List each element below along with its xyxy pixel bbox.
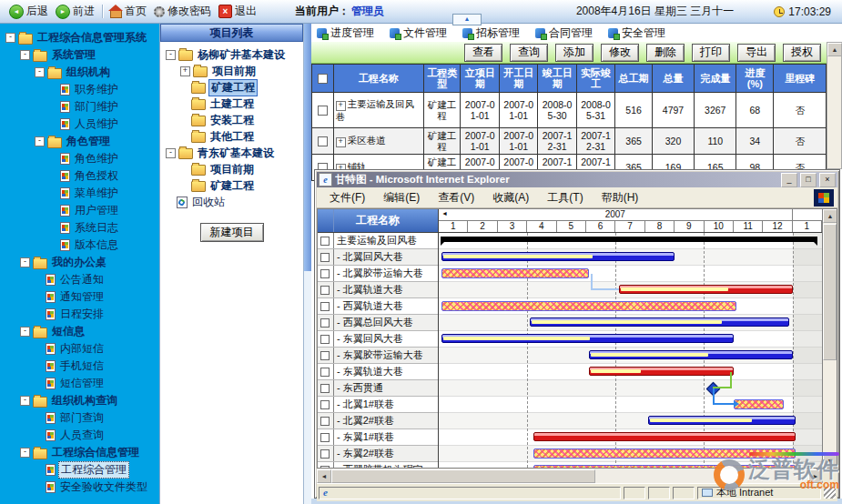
gantt-bar-hatch[interactable]	[533, 449, 796, 459]
nav-item[interactable]: 内部短信	[0, 340, 159, 358]
task-checkbox[interactable]	[320, 286, 330, 295]
nav-item[interactable]: -工程综合信息管理系统	[0, 29, 159, 46]
task-checkbox[interactable]	[320, 269, 330, 278]
project-item[interactable]: 其他工程	[160, 128, 303, 145]
task-checkbox[interactable]	[320, 302, 330, 311]
collapse-expander-icon[interactable]: -	[20, 327, 30, 337]
nav-item[interactable]: 系统日志	[0, 219, 159, 237]
home-button[interactable]: 首页	[110, 4, 147, 19]
toolbar-button[interactable]: 修改	[601, 44, 639, 62]
task-checkbox[interactable]	[320, 384, 330, 393]
nav-item[interactable]: -角色管理	[0, 133, 159, 150]
scrollbar-thumb[interactable]	[304, 24, 311, 271]
back-button[interactable]: ◄ 后退	[9, 4, 48, 19]
gantt-horizontal-scrollbar[interactable]: ◄ ►	[317, 469, 837, 483]
toolbar-button[interactable]: 添加	[555, 44, 593, 62]
nav-item[interactable]: 公告通知	[0, 271, 159, 288]
menu-item[interactable]: 工具(T)	[538, 190, 592, 206]
resize-grip[interactable]	[824, 487, 836, 499]
scroll-up-arrow[interactable]: ▲	[827, 43, 842, 56]
expand-row-icon[interactable]: +	[336, 137, 346, 147]
nav-item[interactable]: 短信管理	[0, 375, 159, 392]
tab-item[interactable]: 安全管理	[608, 25, 665, 41]
project-item[interactable]: +项目前期	[160, 63, 303, 79]
nav-item[interactable]: 人员查询	[0, 427, 159, 444]
collapse-expander-icon[interactable]: -	[20, 257, 30, 267]
collapse-expander-icon[interactable]: -	[166, 148, 176, 158]
task-checkbox[interactable]	[320, 351, 330, 360]
menu-item[interactable]: 查看(V)	[429, 190, 483, 206]
content-scrollbar[interactable]: ▲	[827, 42, 842, 169]
change-password-button[interactable]: 修改密码	[154, 4, 211, 19]
menu-item[interactable]: 文件(F)	[320, 190, 374, 206]
gantt-bar-blue[interactable]	[530, 318, 789, 327]
new-project-button[interactable]: 新建项目	[200, 223, 264, 242]
nav-item[interactable]: 人员维护	[0, 116, 159, 133]
scrollbar-thumb[interactable]	[331, 469, 595, 483]
gantt-bar-red[interactable]	[619, 285, 793, 294]
nav-item[interactable]: 用户管理	[0, 202, 159, 219]
task-checkbox[interactable]	[320, 433, 330, 442]
minimize-button[interactable]: _	[781, 173, 797, 187]
expand-expander-icon[interactable]: +	[180, 66, 190, 76]
gantt-window-titlebar[interactable]: e 甘特图 - Microsoft Internet Explorer _ □ …	[317, 172, 837, 187]
tab-item[interactable]: 招标管理	[462, 25, 520, 41]
gantt-bar-blue[interactable]	[441, 252, 675, 261]
gantt-bar-blue[interactable]	[589, 350, 792, 359]
project-item[interactable]: -杨柳矿井基本建设	[160, 46, 303, 63]
nav-item[interactable]: 通知管理	[0, 288, 159, 306]
collapse-expander-icon[interactable]: -	[5, 33, 15, 43]
toolbar-button[interactable]: 授权	[783, 44, 821, 62]
tab-item[interactable]: 合同管理	[535, 25, 593, 41]
nav-item[interactable]: -短信息	[0, 323, 159, 340]
gantt-bar-hatch[interactable]	[441, 301, 736, 311]
gantt-bar-hatch[interactable]	[734, 399, 784, 409]
collapse-panel-handle[interactable]: ▲	[452, 14, 482, 25]
gantt-bar-summary[interactable]	[441, 237, 818, 242]
nav-item[interactable]: 部门维护	[0, 98, 159, 116]
gantt-vertical-scrollbar[interactable]: ▲ ▼	[822, 209, 837, 468]
gantt-bar-blue[interactable]	[648, 416, 796, 425]
tab-item[interactable]: 进度管理	[317, 25, 374, 41]
toolbar-button[interactable]: 打印	[692, 44, 730, 62]
expand-row-icon[interactable]: +	[336, 101, 346, 111]
nav-item[interactable]: 部门查询	[0, 409, 159, 427]
task-checkbox[interactable]	[320, 335, 330, 344]
collapse-expander-icon[interactable]: -	[35, 67, 45, 77]
tab-item[interactable]: 文件管理	[390, 25, 447, 41]
collapse-expander-icon[interactable]: -	[20, 396, 30, 406]
project-item[interactable]: 矿建工程	[160, 177, 303, 194]
task-checkbox[interactable]	[320, 253, 330, 262]
toolbar-button[interactable]: 导出	[737, 44, 776, 62]
gantt-bar-blue[interactable]	[441, 334, 734, 343]
nav-item[interactable]: -系统管理	[0, 46, 159, 64]
task-checkbox[interactable]	[320, 400, 330, 409]
collapse-expander-icon[interactable]: -	[35, 136, 45, 146]
gantt-bar-red[interactable]	[589, 367, 734, 376]
nav-item[interactable]: -组织机构	[0, 64, 159, 81]
project-item[interactable]: -青东矿基本建设	[160, 145, 303, 161]
gantt-bar-hatch[interactable]	[441, 268, 589, 278]
forward-button[interactable]: ► 前进	[56, 4, 95, 19]
toolbar-button[interactable]: 删除	[646, 44, 685, 62]
maximize-button[interactable]: □	[800, 173, 817, 187]
project-item[interactable]: 安装工程	[160, 112, 303, 128]
nav-item[interactable]: 版本信息	[0, 237, 159, 254]
collapse-expander-icon[interactable]: -	[20, 50, 30, 60]
project-item[interactable]: 回收站	[160, 194, 303, 210]
select-all-checkbox[interactable]	[318, 74, 328, 84]
nav-item[interactable]: 日程安排	[0, 306, 159, 323]
row-checkbox[interactable]	[318, 136, 328, 146]
collapse-expander-icon[interactable]: -	[166, 50, 176, 60]
toolbar-button[interactable]: 查询	[510, 44, 548, 62]
menu-item[interactable]: 编辑(E)	[374, 190, 429, 206]
menu-item[interactable]: 收藏(A)	[483, 190, 538, 206]
menu-item[interactable]: 帮助(H)	[593, 190, 648, 206]
scroll-down-arrow[interactable]: ▼	[823, 454, 837, 468]
nav-item[interactable]: -我的办公桌	[0, 254, 159, 271]
gantt-bar-red[interactable]	[533, 432, 796, 441]
table-row[interactable]: +主要运输及回风巷矿建工程2007-01-012007-01-012008-05…	[312, 93, 827, 128]
project-panel-scrollbar[interactable]	[303, 24, 311, 504]
nav-item[interactable]: -组织机构查询	[0, 392, 159, 409]
scrollbar-thumb[interactable]	[823, 224, 837, 360]
